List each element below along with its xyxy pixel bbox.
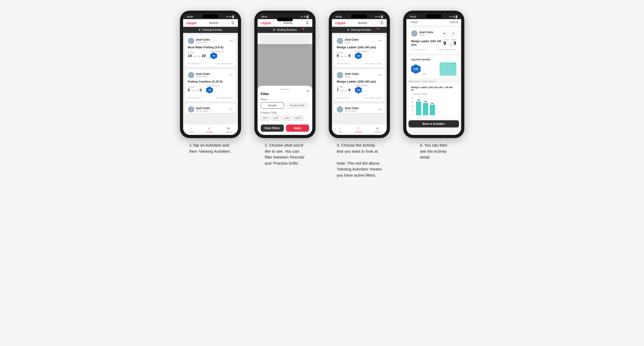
detail-activity-title-4: Wedge Ladder (100–140 yds)	[411, 40, 444, 46]
activity-card-3-3[interactable]: Josh Coles 28 Feb 2023 •••	[334, 104, 385, 113]
card-footer-3-1: Test Information Data: Clippd Capture	[337, 61, 382, 65]
phone-1-inner: 13:20 ▪▪▪ ⊙ ▓ clippd Activity ☰ ⚙	[183, 14, 238, 135]
expand-icon-4[interactable]: ⤢	[450, 30, 456, 37]
avatar-row-1-1: Josh Coles 28 Feb 2023	[188, 38, 210, 44]
separator-1-2	[204, 86, 204, 92]
sq-badge-1-2: 45	[206, 87, 213, 93]
activity-card-3-2[interactable]: Josh Coles Today ••• Wedge Ladder (100-1…	[334, 69, 385, 101]
home-label-1: Home	[189, 131, 194, 133]
phone-3: 13:20 ▪▪▪ ⊙ ▓ clippd Activity ☰ ⚙	[329, 11, 390, 138]
separator-3-2	[352, 86, 353, 92]
drill-arg-2[interactable]: ARG	[282, 116, 292, 121]
bar-4-1	[423, 103, 428, 115]
activities-label-3: Activities	[355, 131, 362, 133]
stat-score-3-1: Score 9 OUT OF 9	[337, 52, 351, 58]
sq-title-4: Avg Shot Quality	[411, 58, 456, 61]
activity-card-3-1[interactable]: Josh Coles Today ••• Wedge Ladder (100-1…	[334, 35, 385, 67]
separator-1-1	[208, 52, 208, 58]
battery-icon-4: ▓	[456, 15, 457, 18]
viewing-banner-3[interactable]: ⚙ Viewing Activities	[332, 27, 387, 33]
nav-activities-1[interactable]: ✓ Activities	[206, 126, 213, 133]
shots-value-3-1: 9	[348, 54, 351, 58]
signal-icon-3: ▪▪▪	[375, 15, 377, 18]
back-button-4[interactable]: < Back	[410, 21, 418, 24]
battery-icon-1: ▓	[232, 15, 234, 18]
signal-icon-1: ▪▪▪	[226, 15, 229, 18]
clear-filters-btn-2[interactable]: Clear Filters	[261, 125, 284, 132]
practice-btn-2[interactable]: Practice Drills	[286, 102, 309, 109]
detail-content-4: Josh Coles Today ✏ ⤢	[406, 25, 461, 135]
back-to-activities-btn-4[interactable]: Back to Activities	[409, 120, 459, 127]
avatar-1-1	[188, 38, 194, 44]
outof-4: OUT OF	[447, 43, 452, 47]
menu-icon-1[interactable]: ☰	[231, 21, 235, 25]
stat-sq-1-1: Shot Quality 75	[210, 50, 224, 59]
user-info-1-1: Josh Coles 28 Feb 2023	[196, 38, 210, 44]
sq-chart-4: 130 APP 100500	[423, 62, 456, 76]
user-date-3-1: Today	[345, 41, 359, 44]
activity-card-1-1[interactable]: Josh Coles 28 Feb 2023 ••• Must Make Put…	[185, 35, 236, 67]
score-big-4: 9	[443, 41, 446, 46]
y-axis-chart-4: 1401201008060	[411, 97, 414, 116]
outof-3-1: OUT OF	[340, 55, 347, 57]
avatar-row-1-3: Josh Coles 28 Feb 2023	[188, 106, 210, 113]
dots-menu-1-1[interactable]: •••	[230, 39, 233, 43]
nav-activities-3[interactable]: ✓ Activities	[355, 126, 362, 133]
rounds-btn-2[interactable]: Rounds	[261, 102, 284, 109]
bar-val-4-0: 132	[417, 99, 420, 101]
banner-text-3: Viewing Activities	[351, 28, 371, 31]
avatar-3-3	[337, 106, 343, 113]
bar-item-4-0: 132	[416, 99, 421, 115]
capture-icon-1: ⊕	[227, 126, 230, 130]
phone-1: 13:20 ▪▪▪ ⊙ ▓ clippd Activity ☰ ⚙	[180, 11, 241, 138]
nav-home-3[interactable]: ⌂ Home	[338, 126, 343, 133]
activity-card-1-3[interactable]: Josh Coles 28 Feb 2023 •••	[185, 104, 236, 113]
outof-1-2: OUT OF	[191, 90, 198, 92]
card-header-3-1: Josh Coles Today •••	[337, 38, 382, 44]
menu-icon-3[interactable]: ☰	[380, 21, 384, 25]
apply-btn-2[interactable]: Apply	[286, 125, 309, 132]
bar-4-2	[430, 105, 435, 115]
drill-ott-2[interactable]: OTT	[261, 116, 270, 121]
filter-type-buttons-2: Rounds Practice Drills	[261, 102, 309, 109]
viewing-banner-1[interactable]: ⚙ Viewing Activities	[183, 27, 238, 33]
avatar-row-3-3: Josh Coles 28 Feb 2023	[337, 106, 359, 113]
card-footer-1-2: Test Information Data: Clippd Capture	[188, 95, 233, 99]
user-info-3-3: Josh Coles 28 Feb 2023	[345, 107, 359, 112]
viewing-banner-2[interactable]: ⚙ Viewing Activities	[258, 27, 312, 33]
nav-home-1[interactable]: ⌂ Home	[189, 126, 194, 133]
drill-putt-2[interactable]: PUTT	[293, 116, 304, 121]
cancel-button-4[interactable]: Cancel	[449, 21, 458, 24]
time-1: 13:20	[187, 15, 193, 18]
score-value-1-2: 0	[188, 88, 190, 92]
user-name-1-1: Josh Coles	[196, 38, 210, 41]
menu-icon-2[interactable]: ☰	[306, 21, 309, 25]
detail-title-4: Wedge Ladder (100–140 yds)	[411, 40, 444, 46]
dots-menu-1-3[interactable]: •••	[230, 108, 233, 111]
test-info-text-4: Test Information	[414, 49, 427, 50]
drill-app-2[interactable]: APP	[271, 116, 281, 121]
stat-score-1-1: Score 10 OUT OF 20	[188, 52, 206, 58]
card-stats-1-2: Score 0 OUT OF 9 Shot Quality 45	[188, 85, 233, 93]
dots-menu-1-2[interactable]: •••	[230, 73, 233, 77]
filter-icon-2: ⚙	[273, 28, 275, 31]
notch-4	[426, 14, 442, 18]
notch-1	[203, 14, 218, 18]
footer-left-3-2: Test Information	[337, 97, 350, 99]
filter-close-2[interactable]: ✕	[306, 89, 309, 93]
edit-icon-4[interactable]: ✏	[441, 30, 448, 37]
detail-user-row-4: Josh Coles Today ✏ ⤢	[411, 30, 456, 37]
nav-capture-1[interactable]: ⊕ Capture	[225, 126, 232, 133]
nav-capture-3[interactable]: ⊕ Capture	[374, 126, 381, 133]
score-col-label-4: Score Shots	[443, 39, 456, 41]
activities-icon-1: ✓	[208, 126, 211, 130]
dots-menu-3-3[interactable]: •••	[378, 108, 382, 111]
phone-2: 13:21 ▪▪▪ ⊙ ▓ clippd Activity ☰ ⚙	[254, 11, 315, 138]
user-name-3-1: Josh Coles	[345, 38, 359, 41]
dots-menu-3-2[interactable]: •••	[378, 73, 382, 77]
dots-menu-3-1[interactable]: •••	[378, 39, 382, 43]
activity-card-1-2[interactable]: Josh Coles 28 Feb 2023 ••• Putting Combi…	[185, 69, 236, 101]
phones-row: 13:20 ▪▪▪ ⊙ ▓ clippd Activity ☰ ⚙	[177, 11, 467, 178]
battery-icon-2: ▓	[307, 15, 309, 18]
bottom-nav-3: ⌂ Home ✓ Activities ⊕ Capture	[332, 124, 387, 135]
